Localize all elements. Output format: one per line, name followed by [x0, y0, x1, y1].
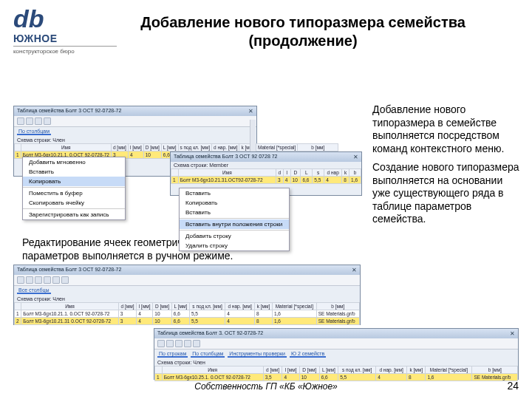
- menu-item[interactable]: Добавить строку: [180, 231, 289, 241]
- menu-separator: [23, 208, 125, 209]
- tool-icon[interactable]: [44, 117, 51, 125]
- tool-icon[interactable]: [35, 276, 42, 284]
- menu-item-selected[interactable]: Копировать: [23, 177, 125, 186]
- window-family-table-4: Таблица семейства Болт 3. ОСТ 92-0728-72…: [154, 328, 519, 380]
- logo-text: ЮЖНОЕ: [13, 33, 117, 44]
- col-header: d нар. [мм]: [212, 144, 239, 151]
- tool-icon[interactable]: [35, 117, 42, 125]
- tabs: По столбцам: [14, 127, 256, 137]
- tool-icon[interactable]: [44, 276, 51, 284]
- toolbar-label: Схема строки: Member: [171, 162, 361, 168]
- window-title-bar: Таблица семейства Болт 3 ОСТ 92-0728-72 …: [14, 106, 256, 116]
- slide-title: Добавление нового типоразмера семейства …: [140, 13, 466, 50]
- table-row[interactable]: 1 Болт М3-6gx10.21.1. 0.ОСТ 92-0728-72 3…: [15, 310, 360, 318]
- body-paragraph-2: Создание нового типоразмера выполняется …: [372, 161, 520, 226]
- tabs: По строкам По столбцам Инструменты прове…: [154, 349, 518, 359]
- close-icon[interactable]: ✕: [352, 267, 357, 273]
- menu-item[interactable]: Зарегистрировать как запись: [23, 210, 125, 219]
- close-icon[interactable]: ✕: [353, 154, 358, 160]
- window-family-table-3: Таблица семейства Болт 3 ОСТ 92-0728-72 …: [13, 265, 361, 325]
- tab[interactable]: Ю 2 семейств: [290, 351, 326, 358]
- menu-item[interactable]: Удалить строку: [180, 241, 289, 250]
- table-header-row: Имя d [мм] l [мм] D [мм] L [мм] s под кл…: [155, 366, 518, 374]
- menu-item[interactable]: Вставить: [180, 188, 289, 198]
- logo-subtitle: конструкторское бюро: [13, 46, 117, 55]
- menu-item[interactable]: Скопировать ячейку: [23, 198, 125, 208]
- tool-icon[interactable]: [17, 276, 24, 284]
- parameter-table: Имя d l D L s d нар k b 1 Болт М3-6gx10.…: [171, 168, 361, 184]
- body-text: Добавление нового типоразмера в семейств…: [372, 103, 520, 232]
- menu-item[interactable]: Вставить: [23, 167, 125, 177]
- body-paragraph-1: Добавление нового типоразмера в семейств…: [372, 103, 520, 155]
- col-header: D [мм]: [143, 144, 161, 151]
- window-title: Таблица семейства Болт 3 ОСТ 92-0728-72: [17, 108, 121, 115]
- close-icon[interactable]: ✕: [248, 108, 253, 115]
- toolbar: [154, 338, 518, 349]
- context-menu-1: Добавить мгновенно Вставить Копировать П…: [22, 157, 126, 220]
- toolbar-label: Схема строки: Член: [14, 137, 256, 143]
- col-header: Mater­ial [*special]: [256, 144, 298, 151]
- toolbar: [14, 275, 360, 286]
- tab[interactable]: Инструменты проверки: [228, 351, 287, 358]
- window-title-bar: Таблица семейства Болт 3. ОСТ 92-0728-72…: [154, 329, 518, 338]
- tool-icon[interactable]: [166, 340, 174, 347]
- menu-separator: [23, 187, 125, 188]
- window-title-bar: Таблица семейства Болт 3 ОСТ 92 0728 72 …: [171, 152, 361, 162]
- table-header-row: Имя d [мм] l [мм] D [мм] L [мм] s под кл…: [15, 144, 338, 151]
- col-header: b [мм]: [298, 144, 338, 151]
- menu-separator: [180, 230, 289, 231]
- tool-icon[interactable]: [175, 340, 183, 347]
- tool-icon[interactable]: [26, 276, 33, 284]
- menu-item-selected[interactable]: Вставить внутри положения строки: [180, 219, 289, 229]
- toolbar-label: Схема строки: Член: [14, 296, 360, 302]
- tool-icon[interactable]: [52, 276, 60, 284]
- tab[interactable]: По столбцам: [191, 351, 225, 358]
- table-row[interactable]: 2 Болт М3-6gx10.21.31 0.ОСТ 92-0728-72 3…: [15, 318, 360, 325]
- table-header-row: Имя d l D L s d нар k b: [171, 169, 361, 177]
- tab[interactable]: По столбцам: [17, 129, 51, 135]
- tool-icon[interactable]: [26, 117, 33, 125]
- menu-item[interactable]: Копировать: [180, 198, 289, 208]
- page-number: 24: [507, 380, 519, 392]
- tool-icon[interactable]: [157, 340, 165, 347]
- menu-item[interactable]: Вставить: [180, 208, 289, 217]
- tool-icon[interactable]: [193, 340, 200, 347]
- col-header: L [мм]: [161, 144, 178, 151]
- menu-separator: [180, 218, 289, 219]
- tab[interactable]: Все столбцы: [17, 287, 51, 294]
- table-row[interactable]: 1 Болт М3-6gx10.21.31.ОСТ92-0728-72 3 4 …: [171, 177, 361, 184]
- toolbar-label: Схема строки: Член: [154, 359, 518, 366]
- tool-icon[interactable]: [17, 117, 24, 125]
- brand-logo: db ЮЖНОЕ конструкторское бюро: [13, 10, 117, 55]
- close-icon[interactable]: ✕: [510, 330, 515, 337]
- col-header: d [мм]: [111, 144, 128, 151]
- tab[interactable]: По строкам: [157, 351, 188, 358]
- menu-item[interactable]: Добавить мгновенно: [23, 157, 125, 167]
- footer-text: Собственность ГП «КБ «Южное»: [0, 381, 532, 392]
- parameter-table: Имя d [мм] l [мм] D [мм] L [мм] s под кл…: [154, 366, 518, 381]
- window-title: Таблица семейства Болт 3 ОСТ 92 0728 72: [174, 154, 278, 160]
- window-title: Таблица семейства Болт 3. ОСТ 92-0728-72: [157, 330, 263, 337]
- tabs: Все столбцы: [14, 286, 360, 296]
- tool-icon[interactable]: [61, 276, 69, 284]
- logo-mark: db: [13, 10, 117, 28]
- col-header: Имя: [21, 144, 111, 151]
- col-header: s под кл. [мм]: [178, 144, 212, 151]
- window-title: Таблица семейства Болт 3 ОСТ 92-0728-72: [17, 267, 121, 273]
- parameter-table: Имя d [мм] l [мм] D [мм] L [мм] s под кл…: [14, 302, 360, 325]
- toolbar: [14, 116, 256, 127]
- tool-icon[interactable]: [184, 340, 191, 347]
- menu-item[interactable]: Поместить в буфер: [23, 188, 125, 198]
- table-row[interactable]: 1 Болт М3-6gx10.25.1. 0.ОСТ 92-0728-72 3…: [155, 374, 518, 381]
- col-header: l [мм]: [128, 144, 143, 151]
- context-menu-2: Вставить Копировать Вставить Вставить вн…: [179, 188, 290, 251]
- table-header-row: Имя d [мм] l [мм] D [мм] L [мм] s под кл…: [15, 303, 360, 310]
- window-title-bar: Таблица семейства Болт 3 ОСТ 92-0728-72 …: [14, 265, 360, 275]
